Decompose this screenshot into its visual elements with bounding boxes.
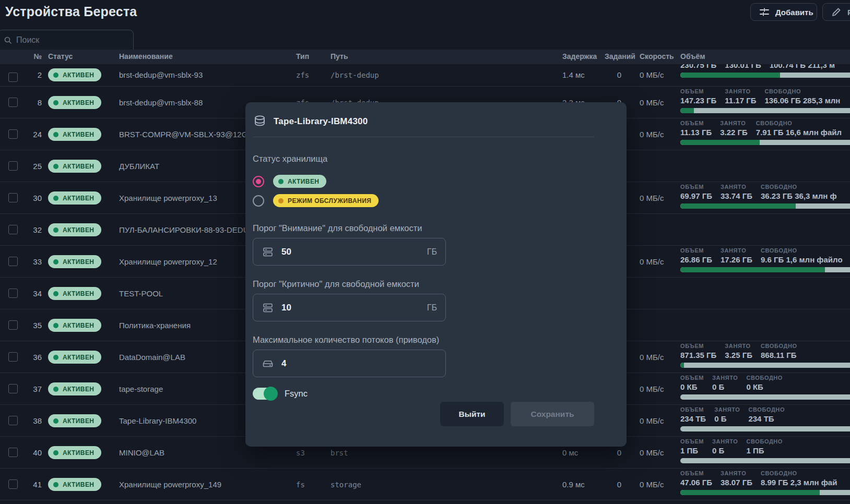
fsync-toggle[interactable] [253,388,277,400]
status-badge-label: АКТИВЕН [63,386,94,393]
row-checkbox[interactable] [8,352,18,362]
row-number: 2 [27,70,42,79]
status-dot-icon [53,132,58,137]
volume-total-value: 871.35 ГБ [680,351,716,359]
add-button[interactable]: Добавить [750,3,817,21]
status-dot-icon [53,164,58,169]
crit-threshold-field: ГБ [253,294,446,321]
device-type: fs [296,481,305,489]
row-checkbox[interactable] [8,161,18,171]
status-badge: АКТИВЕН [48,223,101,236]
device-type: zfs [296,71,309,79]
fsync-row: Fsync [253,388,594,400]
radio-selected-icon[interactable] [253,176,264,187]
volume-total-label: ОБЪЕМ [680,247,712,254]
row-number: 41 [27,480,42,489]
col-jobs: Заданий [605,52,635,61]
volume-files-value: 285,3 млн [803,96,840,105]
device-name: Хранилище powerproxy_149 [119,480,221,489]
warn-threshold-input[interactable] [281,247,420,257]
volume-total-value: 47.06 ГБ [680,478,712,487]
volume-free-label: СВОБОДНО [746,438,783,445]
row-checkbox[interactable] [8,320,18,330]
crit-threshold-label: Порог "Критично" для свободной емкости [253,279,594,289]
row-checkbox[interactable] [8,225,18,234]
volume-used-value: 11.17 ГБ [725,96,756,105]
table-row[interactable]: 41 АКТИВЕН Хранилище powerproxy_149 fs s… [0,469,850,500]
row-number: 34 [27,289,42,298]
volume-used-value: 0 Б [712,382,738,391]
exit-button[interactable]: Выйти [440,402,504,426]
volume-free-value: 0 КБ [746,382,763,391]
server-stack-icon [262,246,274,258]
col-speed: Скорость [640,52,674,61]
volume-free-label: СВОБОДНО [761,247,843,254]
row-checkbox[interactable] [8,479,18,489]
storage-settings-modal: Tape-Library-IBM4300 Статус хранилища АК… [245,102,627,447]
device-name: ДУБЛИКАТ [119,162,159,171]
device-name: BRST-COMPR@VM-SBLX-93@12GB [119,130,253,139]
volume-progress-bar [680,73,850,78]
jobs-value: 0 [606,70,633,79]
status-badge-label: АКТИВЕН [63,226,94,234]
volume-used-label: ЗАНЯТО [712,438,738,445]
status-badge: АКТИВЕН [48,414,101,427]
radio-option-active[interactable]: АКТИВЕН [253,175,594,188]
status-badge: АКТИВЕН [48,255,101,268]
row-checkbox[interactable] [8,384,18,393]
table-row[interactable]: 2 АКТИВЕН brst-dedup@vm-sblx-93 zfs /brs… [0,64,850,87]
save-button[interactable]: Сохранить [511,402,594,426]
volume-total-value: 0 КБ [680,382,704,391]
volume-free-value: 8.99 ГБ [761,478,788,487]
crit-threshold-input[interactable] [281,303,420,313]
volume-progress-bar [680,458,850,463]
row-checkbox[interactable] [8,257,18,266]
radio-option-maintenance[interactable]: РЕЖИМ ОБСЛУЖИВАНИЯ [253,194,594,207]
row-number: 36 [27,353,42,362]
volume-total-label: ОБЪЕМ [680,120,712,126]
volume-used-label: ЗАНЯТО [712,375,738,381]
device-name: DataDomain@LAB [119,353,185,362]
volume-cell: ОБЪЕМ 69.97 ГБ ЗАНЯТО 33.74 ГБ СВОБОДНО … [680,184,850,209]
volume-total-label: ОБЪЕМ [680,470,712,476]
volume-cell: ОБЪЕМ 11.13 ГБ ЗАНЯТО 3.22 ГБ СВОБОДНО 7… [680,120,850,145]
volume-used-value: 3.22 ГБ [720,128,748,137]
max-threads-field [253,350,446,377]
volume-used-value: 0 Б [714,414,740,423]
sliders-icon [759,7,770,17]
active-badge: АКТИВЕН [273,175,326,188]
row-checkbox[interactable] [8,416,18,425]
status-badge: АКТИВЕН [48,319,101,332]
volume-used-label: ЗАНЯТО [720,120,748,126]
volume-used-value: 0 Б [712,446,738,455]
row-checkbox[interactable] [8,448,18,457]
row-checkbox[interactable] [8,129,18,139]
modal-divider [253,137,594,137]
status-badge: АКТИВЕН [48,191,101,205]
row-number: 38 [27,416,42,425]
device-name: MINIO@LAB [119,448,164,457]
modal-title: Tape-Library-IBM4300 [274,116,368,127]
volume-free-label: СВОБОДНО [765,88,841,94]
status-badge-label: АКТИВЕН [63,417,94,425]
volume-used-value: 3.25 ГБ [725,351,752,359]
volume-total-value: 11.13 ГБ [680,128,712,137]
row-checkbox[interactable] [8,193,18,202]
status-badge-label: АКТИВЕН [63,354,94,361]
status-badge-label: АКТИВЕН [63,449,94,457]
volume-total-value: 26.86 ГБ [680,255,712,264]
max-threads-input[interactable] [281,358,437,369]
col-path: Путь [330,52,348,61]
search-input[interactable] [16,35,128,45]
status-badge: АКТИВЕН [48,351,101,364]
volume-progress-fill [680,267,825,272]
status-badge: АКТИВЕН [48,446,101,459]
radio-unselected-icon[interactable] [253,195,264,207]
volume-used-value: 38.07 ГБ [721,478,752,487]
row-checkbox[interactable] [8,98,18,107]
fsync-label: Fsync [285,389,308,399]
edit-button[interactable]: Ре [822,3,850,21]
volume-total-value: 1 ПБ [680,446,704,455]
row-checkbox[interactable] [8,289,18,298]
row-checkbox[interactable] [8,73,18,82]
